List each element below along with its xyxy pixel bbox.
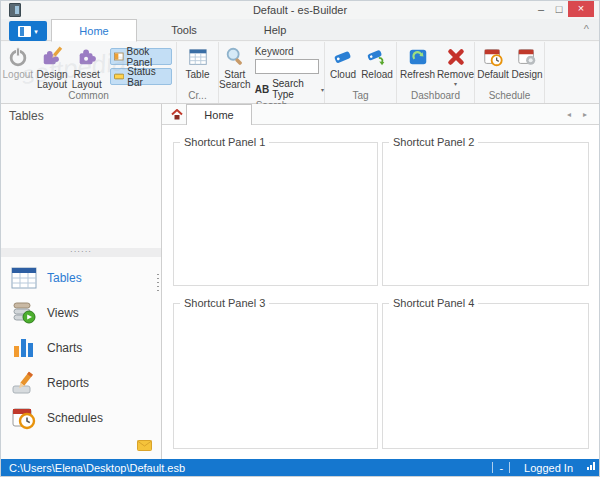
- ribbon-group-common: Logout Design Layout: [1, 42, 177, 103]
- window-resize-grip[interactable]: [587, 462, 595, 470]
- keyword-label: Keyword: [255, 46, 324, 57]
- document-area: Home ◂ ▸ Shortcut Panel 1 Shortcut Panel…: [162, 104, 599, 459]
- shortcut-panel-4-title: Shortcut Panel 4: [389, 297, 478, 309]
- document-tab-home[interactable]: Home: [186, 104, 252, 125]
- sidebar-item-tables[interactable]: Tables: [1, 260, 161, 295]
- power-icon: [7, 46, 29, 68]
- reset-layout-button[interactable]: Reset Layout: [69, 44, 104, 90]
- app-window: Default - es-Builder – □ × ▾ Home Tools …: [0, 0, 600, 477]
- shortcut-panel-4: Shortcut Panel 4: [382, 297, 589, 449]
- app-menu-icon: [18, 26, 31, 37]
- ribbon-tab-help[interactable]: Help: [231, 19, 319, 41]
- calendar-gear-icon: [516, 46, 538, 68]
- shortcut-panel-3: Shortcut Panel 3: [173, 297, 378, 449]
- tables-icon: [11, 267, 37, 289]
- book-panel-icon: [114, 52, 124, 61]
- refresh-button[interactable]: Refresh: [398, 44, 438, 80]
- refresh-icon: [407, 46, 429, 68]
- sidebar-item-views[interactable]: Views: [1, 295, 161, 330]
- puzzle-pencil-icon: [41, 46, 63, 68]
- remove-x-icon: [445, 46, 467, 68]
- window-title: Default - es-Builder: [1, 4, 599, 16]
- puzzle-icon: [76, 46, 98, 68]
- navigation-list: Tables Views Charts: [1, 260, 161, 435]
- design-schedule-button[interactable]: Design: [511, 44, 544, 80]
- close-button[interactable]: ×: [568, 1, 594, 17]
- group-label-schedule: Schedule: [475, 90, 544, 103]
- sidebar-item-schedules[interactable]: Schedules: [1, 400, 161, 435]
- ribbon-group-create: Table Cr...: [177, 42, 219, 103]
- statusbar-separator: [509, 462, 510, 473]
- mail-icon: [137, 440, 152, 451]
- maximize-button[interactable]: □: [551, 1, 567, 18]
- shortcut-panel-2-title: Shortcut Panel 2: [389, 136, 478, 148]
- status-bar-icon: [114, 72, 124, 81]
- statusbar-dash: -: [499, 462, 503, 474]
- ribbon-tab-row: ▾ Home Tools Help ^: [1, 19, 599, 41]
- remove-button[interactable]: Remove ▾: [438, 44, 474, 87]
- sidebar-item-charts[interactable]: Charts: [1, 330, 161, 365]
- statusbar-separator: [492, 462, 493, 473]
- book-panel-toggle[interactable]: Book Panel: [110, 48, 172, 65]
- shortcut-panel-1-title: Shortcut Panel 1: [180, 136, 269, 148]
- calendar-clock-icon: [482, 46, 504, 68]
- table-button[interactable]: Table: [180, 44, 216, 80]
- chevron-down-icon: ▾: [454, 81, 457, 87]
- group-label-tag: Tag: [325, 90, 396, 103]
- search-type-prefix: AB: [255, 84, 269, 95]
- tab-scroll-left-icon[interactable]: ◂: [567, 110, 571, 119]
- start-search-button[interactable]: Start Search: [219, 44, 251, 90]
- ribbon-collapse-icon[interactable]: ^: [584, 23, 589, 35]
- schedules-icon: [11, 406, 37, 430]
- ribbon-group-schedule: Default Design Schedule: [475, 42, 545, 103]
- chevron-down-icon: ▾: [321, 86, 324, 93]
- home-icon: [171, 109, 183, 120]
- pane-resize-grip[interactable]: [157, 274, 159, 292]
- reload-button[interactable]: Reload: [360, 44, 395, 80]
- ribbon: Logout Design Layout: [1, 42, 599, 104]
- ribbon-group-tag: Cloud Reload Tag: [325, 42, 397, 103]
- splitter-handle[interactable]: ······: [1, 248, 161, 257]
- group-label-create: Cr...: [177, 90, 218, 103]
- status-bar: C:\Users\Elena\Desktop\Default.esb - Log…: [1, 459, 599, 476]
- shortcut-panel-2: Shortcut Panel 2: [382, 136, 589, 286]
- ribbon-group-search: Start Search Keyword AB Search Type ▾ Se…: [219, 42, 325, 103]
- default-schedule-button[interactable]: Default: [476, 44, 511, 80]
- navigation-pane: Tables ······ Tables Views: [1, 104, 162, 459]
- status-bar-toggle[interactable]: Status Bar: [110, 68, 172, 85]
- application-menu-button[interactable]: ▾: [9, 21, 47, 41]
- search-type-label: Search Type: [272, 78, 318, 100]
- login-status: Logged In: [524, 462, 573, 474]
- sidebar-item-reports[interactable]: Reports: [1, 365, 161, 400]
- group-label-common: Common: [1, 90, 176, 103]
- views-icon: [11, 301, 37, 325]
- file-path: C:\Users\Elena\Desktop\Default.esb: [9, 462, 486, 474]
- minimize-button[interactable]: –: [533, 1, 549, 18]
- tab-scroll-right-icon[interactable]: ▸: [583, 110, 587, 119]
- search-icon: [224, 46, 246, 68]
- shortcut-panel-3-title: Shortcut Panel 3: [180, 297, 269, 309]
- tag-reload-icon: [366, 46, 388, 68]
- title-bar: Default - es-Builder – □ ×: [1, 1, 599, 19]
- logout-button[interactable]: Logout: [1, 44, 35, 80]
- charts-icon: [11, 336, 37, 360]
- cloud-button[interactable]: Cloud: [327, 44, 360, 80]
- ribbon-group-dashboard: Refresh Remove ▾ Dashboard: [397, 42, 475, 103]
- navigation-pane-title: Tables: [1, 104, 161, 123]
- document-tab-strip: Home ◂ ▸: [162, 104, 599, 125]
- design-layout-button[interactable]: Design Layout: [35, 44, 70, 90]
- chevron-down-icon: ▾: [34, 28, 38, 35]
- shortcut-panel-1: Shortcut Panel 1: [173, 136, 378, 286]
- ribbon-tab-tools[interactable]: Tools: [137, 19, 231, 41]
- group-label-dashboard: Dashboard: [397, 90, 474, 103]
- tag-icon: [332, 46, 354, 68]
- keyword-input[interactable]: [255, 59, 319, 74]
- search-type-dropdown[interactable]: AB Search Type ▾: [255, 78, 324, 100]
- ribbon-tab-home[interactable]: Home: [51, 19, 137, 42]
- reports-icon: [11, 371, 37, 395]
- table-icon: [187, 46, 209, 68]
